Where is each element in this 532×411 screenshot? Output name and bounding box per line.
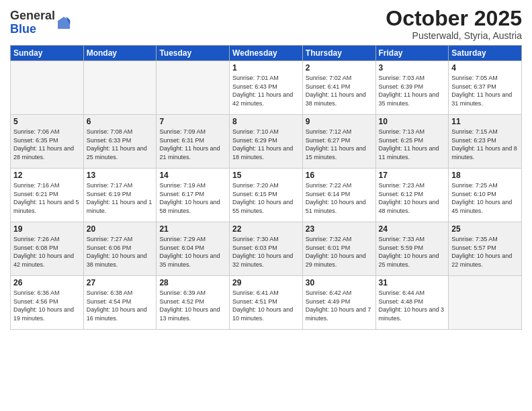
- calendar-day-cell: 10Sunrise: 7:13 AM Sunset: 6:25 PM Dayli…: [375, 115, 449, 169]
- calendar-day-cell: 24Sunrise: 7:33 AM Sunset: 5:59 PM Dayli…: [375, 222, 449, 276]
- calendar-day-cell: 1Sunrise: 7:01 AM Sunset: 6:43 PM Daylig…: [230, 61, 303, 115]
- day-number: 18: [451, 171, 519, 180]
- calendar-day-cell: 8Sunrise: 7:10 AM Sunset: 6:29 PM Daylig…: [230, 115, 303, 169]
- weekday-header-wednesday: Wednesday: [230, 46, 303, 61]
- calendar-day-cell: 27Sunrise: 6:38 AM Sunset: 4:54 PM Dayli…: [83, 276, 157, 330]
- weekday-header-saturday: Saturday: [449, 46, 522, 61]
- calendar-day-cell: 6Sunrise: 7:08 AM Sunset: 6:33 PM Daylig…: [83, 115, 157, 169]
- logo-general: General: [10, 9, 55, 22]
- day-number: 20: [87, 224, 154, 234]
- calendar-day-cell: 28Sunrise: 6:39 AM Sunset: 4:52 PM Dayli…: [157, 276, 230, 330]
- calendar-day-cell: [449, 276, 522, 330]
- day-info: Sunrise: 7:26 AM Sunset: 6:08 PM Dayligh…: [13, 235, 81, 269]
- calendar-day-cell: 13Sunrise: 7:17 AM Sunset: 6:19 PM Dayli…: [83, 169, 157, 222]
- calendar-day-cell: 17Sunrise: 7:23 AM Sunset: 6:12 PM Dayli…: [375, 169, 449, 222]
- day-info: Sunrise: 7:30 AM Sunset: 6:03 PM Dayligh…: [232, 235, 300, 269]
- day-number: 2: [306, 63, 373, 73]
- calendar-day-cell: 7Sunrise: 7:09 AM Sunset: 6:31 PM Daylig…: [157, 115, 230, 169]
- day-number: 23: [306, 224, 373, 234]
- day-number: 31: [379, 278, 446, 287]
- calendar-week-row: 19Sunrise: 7:26 AM Sunset: 6:08 PM Dayli…: [11, 222, 522, 276]
- day-number: 1: [232, 63, 300, 73]
- day-info: Sunrise: 7:05 AM Sunset: 6:37 PM Dayligh…: [451, 74, 519, 107]
- calendar-day-cell: [11, 61, 84, 115]
- day-info: Sunrise: 7:09 AM Sunset: 6:31 PM Dayligh…: [159, 128, 226, 161]
- day-info: Sunrise: 7:06 AM Sunset: 6:35 PM Dayligh…: [13, 128, 81, 161]
- day-number: 5: [13, 117, 81, 126]
- calendar-day-cell: 4Sunrise: 7:05 AM Sunset: 6:37 PM Daylig…: [449, 61, 522, 115]
- calendar-week-row: 12Sunrise: 7:16 AM Sunset: 6:21 PM Dayli…: [11, 169, 522, 222]
- day-info: Sunrise: 6:42 AM Sunset: 4:49 PM Dayligh…: [306, 289, 373, 322]
- calendar-day-cell: 26Sunrise: 6:36 AM Sunset: 4:56 PM Dayli…: [11, 276, 84, 330]
- day-info: Sunrise: 7:19 AM Sunset: 6:17 PM Dayligh…: [159, 181, 226, 215]
- weekday-header-row: SundayMondayTuesdayWednesdayThursdayFrid…: [11, 46, 522, 61]
- day-info: Sunrise: 7:25 AM Sunset: 6:10 PM Dayligh…: [451, 181, 519, 215]
- calendar-day-cell: [157, 61, 230, 115]
- day-info: Sunrise: 6:38 AM Sunset: 4:54 PM Dayligh…: [87, 289, 154, 322]
- logo-blue: Blue: [10, 22, 36, 36]
- calendar-day-cell: 2Sunrise: 7:02 AM Sunset: 6:41 PM Daylig…: [302, 61, 375, 115]
- day-info: Sunrise: 7:27 AM Sunset: 6:06 PM Dayligh…: [87, 235, 154, 269]
- day-info: Sunrise: 7:29 AM Sunset: 6:04 PM Dayligh…: [159, 235, 226, 269]
- day-number: 24: [379, 224, 446, 234]
- calendar-day-cell: 22Sunrise: 7:30 AM Sunset: 6:03 PM Dayli…: [230, 222, 303, 276]
- day-number: 22: [232, 224, 300, 234]
- calendar-day-cell: 11Sunrise: 7:15 AM Sunset: 6:23 PM Dayli…: [449, 115, 522, 169]
- calendar-container: General Blue October 2025 Pusterwald, St…: [0, 0, 532, 411]
- weekday-header-monday: Monday: [83, 46, 157, 61]
- calendar-week-row: 5Sunrise: 7:06 AM Sunset: 6:35 PM Daylig…: [11, 115, 522, 169]
- calendar-day-cell: [83, 61, 157, 115]
- day-info: Sunrise: 7:10 AM Sunset: 6:29 PM Dayligh…: [232, 128, 300, 161]
- title-area: October 2025 Pusterwald, Styria, Austria: [386, 7, 522, 41]
- day-number: 28: [159, 278, 226, 287]
- day-info: Sunrise: 7:03 AM Sunset: 6:39 PM Dayligh…: [379, 74, 446, 107]
- header-area: General Blue October 2025 Pusterwald, St…: [10, 7, 522, 41]
- day-info: Sunrise: 7:17 AM Sunset: 6:19 PM Dayligh…: [87, 181, 154, 215]
- calendar-day-cell: 19Sunrise: 7:26 AM Sunset: 6:08 PM Dayli…: [11, 222, 84, 276]
- day-number: 12: [13, 171, 81, 180]
- day-number: 21: [159, 224, 226, 234]
- day-number: 10: [379, 117, 446, 126]
- day-info: Sunrise: 7:12 AM Sunset: 6:27 PM Dayligh…: [306, 128, 373, 161]
- day-info: Sunrise: 6:44 AM Sunset: 4:48 PM Dayligh…: [379, 289, 446, 322]
- calendar-day-cell: 21Sunrise: 7:29 AM Sunset: 6:04 PM Dayli…: [157, 222, 230, 276]
- day-number: 4: [451, 63, 519, 73]
- day-number: 16: [306, 171, 373, 180]
- day-number: 26: [13, 278, 81, 287]
- day-info: Sunrise: 7:32 AM Sunset: 6:01 PM Dayligh…: [306, 235, 373, 269]
- calendar-day-cell: 31Sunrise: 6:44 AM Sunset: 4:48 PM Dayli…: [375, 276, 449, 330]
- calendar-day-cell: 14Sunrise: 7:19 AM Sunset: 6:17 PM Dayli…: [157, 169, 230, 222]
- day-info: Sunrise: 6:39 AM Sunset: 4:52 PM Dayligh…: [159, 289, 226, 322]
- day-info: Sunrise: 7:35 AM Sunset: 5:57 PM Dayligh…: [451, 235, 519, 269]
- day-info: Sunrise: 7:08 AM Sunset: 6:33 PM Dayligh…: [87, 128, 154, 161]
- subtitle: Pusterwald, Styria, Austria: [386, 30, 522, 41]
- calendar-day-cell: 23Sunrise: 7:32 AM Sunset: 6:01 PM Dayli…: [302, 222, 375, 276]
- day-number: 8: [232, 117, 300, 126]
- calendar-day-cell: 20Sunrise: 7:27 AM Sunset: 6:06 PM Dayli…: [83, 222, 157, 276]
- day-info: Sunrise: 7:13 AM Sunset: 6:25 PM Dayligh…: [379, 128, 446, 161]
- day-info: Sunrise: 7:33 AM Sunset: 5:59 PM Dayligh…: [379, 235, 446, 269]
- calendar-day-cell: 25Sunrise: 7:35 AM Sunset: 5:57 PM Dayli…: [449, 222, 522, 276]
- calendar-day-cell: 12Sunrise: 7:16 AM Sunset: 6:21 PM Dayli…: [11, 169, 84, 222]
- day-info: Sunrise: 7:02 AM Sunset: 6:41 PM Dayligh…: [306, 74, 373, 107]
- weekday-header-tuesday: Tuesday: [157, 46, 230, 61]
- calendar-day-cell: 18Sunrise: 7:25 AM Sunset: 6:10 PM Dayli…: [449, 169, 522, 222]
- calendar-day-cell: 29Sunrise: 6:41 AM Sunset: 4:51 PM Dayli…: [230, 276, 303, 330]
- calendar-week-row: 1Sunrise: 7:01 AM Sunset: 6:43 PM Daylig…: [11, 61, 522, 115]
- weekday-header-friday: Friday: [375, 46, 449, 61]
- day-info: Sunrise: 7:15 AM Sunset: 6:23 PM Dayligh…: [451, 128, 519, 161]
- month-title: October 2025: [386, 7, 522, 30]
- day-info: Sunrise: 7:20 AM Sunset: 6:15 PM Dayligh…: [232, 181, 300, 215]
- day-info: Sunrise: 7:23 AM Sunset: 6:12 PM Dayligh…: [379, 181, 446, 215]
- day-info: Sunrise: 6:41 AM Sunset: 4:51 PM Dayligh…: [232, 289, 300, 322]
- day-number: 27: [87, 278, 154, 287]
- day-info: Sunrise: 7:22 AM Sunset: 6:14 PM Dayligh…: [306, 181, 373, 215]
- calendar-day-cell: 16Sunrise: 7:22 AM Sunset: 6:14 PM Dayli…: [302, 169, 375, 222]
- day-number: 17: [379, 171, 446, 180]
- day-number: 11: [451, 117, 519, 126]
- calendar-day-cell: 15Sunrise: 7:20 AM Sunset: 6:15 PM Dayli…: [230, 169, 303, 222]
- day-number: 7: [159, 117, 226, 126]
- weekday-header-sunday: Sunday: [11, 46, 84, 61]
- logo-icon: [56, 15, 71, 30]
- day-number: 9: [306, 117, 373, 126]
